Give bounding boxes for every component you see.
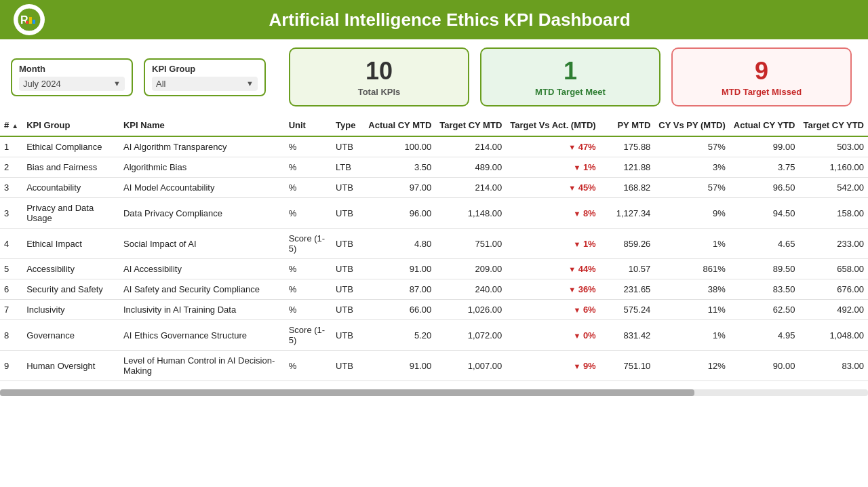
total-kpis-value: 10	[366, 57, 393, 85]
svg-text:R: R	[20, 14, 28, 26]
kpi-group-label: KPI Group	[152, 64, 258, 74]
cell-tgt-vs-act: ▼ 9%	[506, 351, 599, 381]
down-triangle-icon: ▼	[573, 306, 580, 314]
cell-py-mtd: 831.42	[600, 320, 655, 351]
month-value: July 2024	[23, 79, 61, 89]
table-row: 3AccountabilityAI Model Accountability%U…	[0, 178, 868, 198]
col-header-target-mtd: Target CY MTD	[435, 115, 506, 136]
cell-target-ytd: 676.00	[799, 279, 868, 300]
cell-target-ytd: 158.00	[799, 198, 868, 229]
cell-unit: %	[285, 300, 332, 320]
cell-group: Privacy and Data Usage	[22, 198, 119, 229]
cell-cy-vs-py: 38%	[654, 279, 729, 300]
kpi-group-dropdown-icon: ▼	[246, 79, 254, 87]
table-header-row: #▲ KPI Group KPI Name Unit Type Actual C…	[0, 115, 868, 136]
table-row: 2Bias and FairnessAlgorithmic Bias%LTB3.…	[0, 157, 868, 178]
cell-target-ytd: 233.00	[799, 229, 868, 259]
col-header-name: KPI Name	[119, 115, 285, 136]
total-kpis-label: Total KPIs	[358, 87, 401, 97]
cell-name: AI Safety and Security Compliance	[119, 279, 285, 300]
cell-actual-mtd: 3.50	[364, 157, 435, 178]
col-header-cy-vs-py: CY Vs PY (MTD)	[654, 115, 729, 136]
cell-unit: %	[285, 178, 332, 198]
kpi-table: #▲ KPI Group KPI Name Unit Type Actual C…	[0, 115, 868, 381]
cell-actual-ytd: 90.00	[730, 351, 800, 381]
cell-type: UTB	[332, 351, 364, 381]
cell-unit: %	[285, 279, 332, 300]
cell-tgt-vs-act: ▼ 0%	[506, 320, 599, 351]
tgt-vs-act-value: 8%	[583, 208, 596, 218]
horizontal-scrollbar[interactable]	[0, 389, 868, 396]
cell-cy-vs-py: 1%	[654, 320, 729, 351]
cell-py-mtd: 121.88	[600, 157, 655, 178]
tgt-vs-act-value: 0%	[583, 330, 596, 340]
cell-tgt-vs-act: ▼ 47%	[506, 136, 599, 157]
cell-num: 5	[0, 259, 22, 279]
cell-unit: %	[285, 136, 332, 157]
cell-name: Inclusivity in AI Training Data	[119, 300, 285, 320]
cell-py-mtd: 859.26	[600, 229, 655, 259]
cell-cy-vs-py: 12%	[654, 351, 729, 381]
svg-rect-2	[29, 17, 32, 24]
cell-target-mtd: 1,026.00	[435, 300, 506, 320]
mtd-missed-value: 9	[755, 57, 768, 85]
cell-actual-ytd: 3.75	[730, 157, 800, 178]
kpi-group-select[interactable]: All ▼	[152, 77, 258, 91]
down-triangle-icon: ▼	[568, 286, 576, 294]
cell-unit: %	[285, 259, 332, 279]
month-select[interactable]: July 2024 ▼	[19, 77, 125, 91]
cell-group: Bias and Fairness	[22, 157, 119, 178]
table-body: 1Ethical ComplianceAI Algorithm Transpar…	[0, 136, 868, 381]
cell-actual-ytd: 4.65	[730, 229, 800, 259]
cell-py-mtd: 575.24	[600, 300, 655, 320]
kpi-group-filter[interactable]: KPI Group All ▼	[144, 58, 266, 96]
cell-num: 8	[0, 320, 22, 351]
sort-num-icon[interactable]: ▲	[12, 122, 18, 130]
col-header-actual-ytd: Actual CY YTD	[730, 115, 800, 136]
tgt-vs-act-value: 36%	[578, 284, 596, 294]
cell-actual-mtd: 97.00	[364, 178, 435, 198]
cell-unit: Score (1-5)	[285, 229, 332, 259]
col-header-num: #▲	[0, 115, 22, 136]
cell-group: Accountability	[22, 178, 119, 198]
cell-num: 2	[0, 157, 22, 178]
cell-num: 9	[0, 351, 22, 381]
cell-py-mtd: 175.88	[600, 136, 655, 157]
cell-target-ytd: 1,160.00	[799, 157, 868, 178]
cell-num: 3	[0, 178, 22, 198]
col-header-tgt-vs-act: Target Vs Act. (MTD)	[506, 115, 599, 136]
cell-actual-ytd: 96.50	[730, 178, 800, 198]
cell-target-mtd: 1,148.00	[435, 198, 506, 229]
page-title: Artificial Intelligence Ethics KPI Dashb…	[45, 9, 854, 31]
cell-target-ytd: 503.00	[799, 136, 868, 157]
cell-num: 7	[0, 300, 22, 320]
cell-group: Human Oversight	[22, 351, 119, 381]
cell-target-ytd: 492.00	[799, 300, 868, 320]
cell-actual-mtd: 87.00	[364, 279, 435, 300]
cell-tgt-vs-act: ▼ 1%	[506, 157, 599, 178]
tgt-vs-act-value: 9%	[583, 361, 596, 371]
month-filter[interactable]: Month July 2024 ▼	[11, 58, 133, 96]
cell-py-mtd: 168.82	[600, 178, 655, 198]
scrollbar-thumb[interactable]	[0, 389, 694, 396]
table-row: 3Privacy and Data UsageData Privacy Comp…	[0, 198, 868, 229]
cell-target-mtd: 1,072.00	[435, 320, 506, 351]
cell-cy-vs-py: 3%	[654, 157, 729, 178]
header: R Artificial Intelligence Ethics KPI Das…	[0, 0, 868, 39]
cell-cy-vs-py: 57%	[654, 178, 729, 198]
tgt-vs-act-value: 47%	[578, 142, 596, 152]
table-row: 5AccessibilityAI Accessibility%UTB91.002…	[0, 259, 868, 279]
mtd-meet-card: 1 MTD Target Meet	[480, 47, 660, 106]
col-header-py-mtd: PY MTD	[600, 115, 655, 136]
cell-target-ytd: 658.00	[799, 259, 868, 279]
cell-py-mtd: 10.57	[600, 259, 655, 279]
cell-actual-ytd: 99.00	[730, 136, 800, 157]
cell-name: Data Privacy Compliance	[119, 198, 285, 229]
cell-group: Governance	[22, 320, 119, 351]
mtd-missed-label: MTD Target Missed	[722, 87, 802, 97]
tgt-vs-act-value: 6%	[583, 305, 596, 315]
cell-actual-mtd: 96.00	[364, 198, 435, 229]
cell-tgt-vs-act: ▼ 45%	[506, 178, 599, 198]
down-triangle-icon: ▼	[573, 332, 580, 340]
cell-py-mtd: 231.65	[600, 279, 655, 300]
